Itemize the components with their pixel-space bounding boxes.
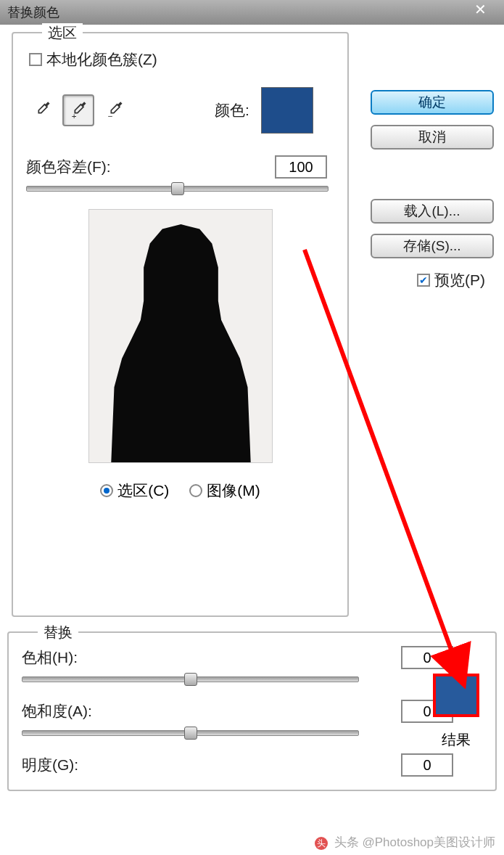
localized-checkbox[interactable] bbox=[29, 53, 42, 66]
load-button[interactable]: 载入(L)... bbox=[371, 199, 494, 224]
hue-thumb[interactable] bbox=[184, 673, 197, 686]
replacement-fieldset: 替换 色相(H): 饱和度(A): 明度(G): 结果 bbox=[7, 631, 497, 791]
color-swatch[interactable] bbox=[261, 87, 313, 134]
result-box: 结果 bbox=[433, 674, 479, 750]
light-input[interactable] bbox=[401, 753, 453, 777]
radio-image-label: 图像(M) bbox=[207, 480, 260, 501]
preview-checkbox[interactable]: ✔ bbox=[417, 274, 430, 287]
light-row: 明度(G): bbox=[22, 753, 482, 777]
radio-image[interactable]: 图像(M) bbox=[189, 480, 260, 501]
radio-selection-label: 选区(C) bbox=[117, 480, 169, 501]
localized-checkbox-label: 本地化颜色簇(Z) bbox=[46, 49, 157, 70]
preview-checkbox-label: 预览(P) bbox=[434, 270, 485, 290]
eyedropper-icon[interactable] bbox=[26, 94, 58, 126]
radio-image-dot[interactable] bbox=[189, 484, 202, 497]
action-buttons: 确定 取消 载入(L)... 存储(S)... bbox=[371, 90, 494, 258]
watermark-text: 头条 @Photoshop美图设计师 bbox=[334, 835, 495, 849]
eyedropper-add-icon[interactable]: + bbox=[62, 94, 94, 126]
fuzziness-row: 颜色容差(F): bbox=[26, 155, 334, 179]
watermark: 头 头条 @Photoshop美图设计师 bbox=[315, 834, 495, 851]
selection-preview bbox=[88, 209, 273, 463]
sat-slider[interactable] bbox=[22, 730, 359, 736]
ok-button[interactable]: 确定 bbox=[371, 90, 494, 115]
radio-selection[interactable]: 选区(C) bbox=[100, 480, 169, 501]
svg-text:−: − bbox=[108, 111, 113, 120]
eyedropper-sub-icon[interactable]: − bbox=[99, 94, 131, 126]
hue-row: 色相(H): bbox=[22, 646, 482, 669]
silhouette-mask bbox=[104, 224, 259, 463]
fuzziness-slider[interactable] bbox=[26, 186, 329, 192]
localized-checkbox-row[interactable]: 本地化颜色簇(Z) bbox=[29, 49, 334, 70]
title-bar: 替换颜色 ✕ bbox=[0, 0, 504, 25]
fuzziness-label: 颜色容差(F): bbox=[26, 157, 111, 177]
save-button[interactable]: 存储(S)... bbox=[371, 234, 494, 258]
fuzziness-input[interactable] bbox=[275, 155, 327, 179]
preview-checkbox-row[interactable]: ✔ 预览(P) bbox=[417, 270, 485, 290]
light-label: 明度(G): bbox=[22, 755, 78, 775]
eyedropper-row: + − 颜色: bbox=[26, 87, 334, 134]
replacement-legend: 替换 bbox=[38, 623, 78, 642]
dialog-content: 选区 本地化颜色簇(Z) + − 颜色: 颜色容差(F): bbox=[0, 25, 504, 791]
selection-fieldset: 选区 本地化颜色簇(Z) + − 颜色: 颜色容差(F): bbox=[12, 32, 349, 617]
hue-slider[interactable] bbox=[22, 676, 359, 682]
dialog-title: 替换颜色 bbox=[7, 4, 59, 21]
sat-label: 饱和度(A): bbox=[22, 701, 92, 721]
preview-mode-radios: 选区(C) 图像(M) bbox=[26, 480, 334, 501]
close-button[interactable]: ✕ bbox=[462, 1, 498, 20]
fuzziness-thumb[interactable] bbox=[171, 182, 184, 195]
hue-input[interactable] bbox=[401, 646, 453, 669]
result-swatch[interactable] bbox=[433, 674, 479, 717]
radio-selection-dot[interactable] bbox=[100, 484, 113, 497]
sat-row: 饱和度(A): bbox=[22, 700, 482, 723]
svg-text:+: + bbox=[72, 111, 77, 120]
watermark-logo-icon: 头 bbox=[315, 837, 328, 850]
color-label: 颜色: bbox=[215, 100, 249, 120]
hue-label: 色相(H): bbox=[22, 647, 78, 668]
selection-legend: 选区 bbox=[42, 23, 83, 43]
cancel-button[interactable]: 取消 bbox=[371, 125, 494, 150]
sat-thumb[interactable] bbox=[184, 727, 197, 740]
result-label: 结果 bbox=[433, 730, 479, 750]
